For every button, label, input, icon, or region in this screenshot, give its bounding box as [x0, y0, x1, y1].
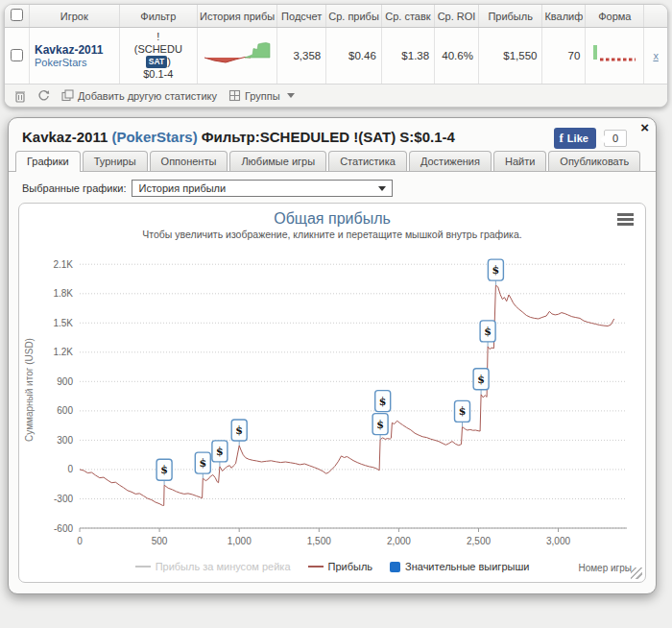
svg-text:1.8K: 1.8K: [53, 288, 73, 299]
col-avg-stake[interactable]: Ср. ставк: [381, 5, 434, 28]
refresh-button[interactable]: [37, 89, 50, 102]
groups-icon: [228, 89, 241, 102]
tab-achievements[interactable]: Достижения: [409, 151, 492, 171]
form-cell: [586, 28, 644, 85]
results-table: Игрок Фильтр История прибы Подсчет Ср. п…: [5, 5, 667, 84]
svg-text:$: $: [160, 464, 168, 476]
trash-icon: [14, 89, 26, 103]
groups-label: Группы: [245, 90, 280, 102]
legend-label: Прибыль: [328, 561, 373, 572]
row-checkbox[interactable]: [11, 49, 23, 61]
remove-row-link[interactable]: х: [649, 50, 662, 61]
svg-text:$: $: [477, 374, 485, 386]
graph-select-value: История прибыли: [138, 182, 226, 194]
svg-text:2,000: 2,000: [387, 536, 411, 546]
player-site-link[interactable]: PokerStars: [35, 57, 114, 68]
player-cell: Kavkaz-2011 PokerStars: [30, 28, 120, 85]
avg-profit-cell: $0.46: [326, 28, 382, 85]
col-avg-roi[interactable]: Ср. ROI: [435, 5, 479, 28]
sat-badge: SAT: [146, 56, 167, 68]
filter-cell: ! (SCHEDUSAT) $0.1-4: [119, 28, 197, 85]
player-details-popup: × Kavkaz-2011 (PokerStars) Фильтр:SCHEDU…: [8, 117, 657, 594]
svg-text:3,000: 3,000: [546, 536, 570, 546]
legend-item[interactable]: Прибыль: [308, 561, 373, 572]
select-all-checkbox[interactable]: [11, 9, 23, 21]
select-caret-icon: [378, 186, 386, 191]
add-statistic-button[interactable]: Добавить другую статистику: [61, 89, 217, 102]
resize-grip[interactable]: [631, 568, 642, 579]
row-actions-cell: х: [644, 28, 667, 85]
svg-text:0: 0: [67, 464, 73, 474]
tab-favorite-games[interactable]: Любимые игры: [229, 151, 326, 171]
svg-text:600: 600: [57, 405, 73, 416]
graph-select-row: Выбранные графики: История прибыли: [22, 180, 656, 197]
chart-legend: Прибыль за минусом рейкаПрибыльЗначитель…: [19, 561, 645, 572]
svg-text:1,000: 1,000: [228, 536, 252, 546]
tab-opponents[interactable]: Оппоненты: [150, 151, 228, 171]
profit-history-cell[interactable]: [197, 28, 276, 85]
col-filter[interactable]: Фильтр: [119, 5, 197, 28]
delete-button[interactable]: [14, 89, 26, 103]
tab-publish[interactable]: Опубликовать: [548, 151, 640, 171]
svg-text:$: $: [376, 419, 384, 431]
graph-select-dropdown[interactable]: История прибыли: [132, 180, 393, 197]
svg-text:Суммарный итог (USD): Суммарный итог (USD): [24, 338, 35, 442]
svg-text:300: 300: [57, 435, 73, 446]
col-avg-profit[interactable]: Ср. прибы: [326, 5, 382, 28]
popup-tabs: Графики Турниры Оппоненты Любимые игры С…: [9, 151, 656, 172]
refresh-icon: [37, 89, 50, 102]
popup-title-site: (PokerStars): [111, 129, 197, 145]
player-name-link[interactable]: Kavkaz-2011: [35, 43, 114, 57]
legend-label: Значительные выигрыши: [405, 561, 529, 572]
facebook-icon: f: [560, 131, 564, 146]
tab-statistics[interactable]: Статистика: [328, 151, 407, 171]
avg-roi-cell: 40.6%: [435, 28, 479, 85]
tab-find[interactable]: Найти: [493, 151, 546, 171]
tab-tournaments[interactable]: Турниры: [83, 151, 148, 171]
popup-title-player: Kavkaz-2011: [22, 129, 108, 145]
col-profit-history[interactable]: История прибы: [197, 5, 276, 28]
filter-line-1: !: [125, 31, 192, 43]
groups-caret-icon: [287, 93, 295, 98]
legend-line-swatch: [135, 566, 151, 568]
graph-select-label: Выбранные графики:: [22, 182, 126, 194]
svg-text:0: 0: [77, 536, 83, 546]
chart-menu-button[interactable]: [617, 213, 634, 229]
profit-cell: $1,550: [478, 28, 542, 85]
table-header-row: Игрок Фильтр История прибы Подсчет Ср. п…: [5, 5, 667, 28]
legend-square-swatch: [390, 562, 400, 572]
facebook-like-widget: f Like 0: [554, 128, 627, 149]
col-profit[interactable]: Прибыль: [478, 5, 542, 28]
facebook-like-button[interactable]: f Like: [554, 128, 596, 149]
svg-text:2,500: 2,500: [467, 536, 491, 546]
groups-button[interactable]: Группы: [228, 89, 295, 102]
col-count[interactable]: Подсчет: [277, 5, 326, 28]
table-toolbar: Добавить другую статистику Группы: [5, 84, 667, 107]
profit-history-sparkline: [203, 36, 272, 75]
qualify-cell: 70: [542, 28, 586, 85]
profit-chart-plot[interactable]: -600-30003006009001.2K1.5K1.8K2.1K05001,…: [20, 242, 644, 559]
row-select-cell: [5, 28, 30, 85]
chart-subtitle: Чтобы увеличить изображение, кликните и …: [19, 229, 645, 240]
col-player[interactable]: Игрок: [30, 5, 120, 28]
facebook-like-count: 0: [604, 130, 627, 147]
col-qualify[interactable]: Квалиф: [542, 5, 586, 28]
results-table-panel: Игрок Фильтр История прибы Подсчет Ср. п…: [4, 4, 668, 108]
svg-text:$: $: [216, 446, 224, 458]
chart-title: Общая прибыль: [19, 204, 645, 228]
avg-stake-cell: $1.38: [381, 28, 434, 85]
legend-line-swatch: [308, 566, 324, 568]
legend-item[interactable]: Значительные выигрыши: [390, 561, 529, 572]
popup-close-button[interactable]: ×: [640, 120, 649, 135]
svg-text:1,500: 1,500: [307, 536, 331, 546]
table-row: Kavkaz-2011 PokerStars ! (SCHEDUSAT) $0.…: [5, 28, 667, 85]
legend-item[interactable]: Прибыль за минусом рейка: [135, 561, 291, 572]
tab-graphs[interactable]: Графики: [15, 151, 81, 172]
col-form[interactable]: Форма: [586, 5, 644, 28]
svg-text:1.2K: 1.2K: [53, 347, 73, 357]
header-select-all-cell: [5, 5, 30, 28]
count-cell: 3,358: [277, 28, 326, 85]
add-statistic-icon: [61, 89, 74, 102]
svg-text:$: $: [492, 264, 500, 277]
facebook-like-label: Like: [567, 133, 588, 144]
